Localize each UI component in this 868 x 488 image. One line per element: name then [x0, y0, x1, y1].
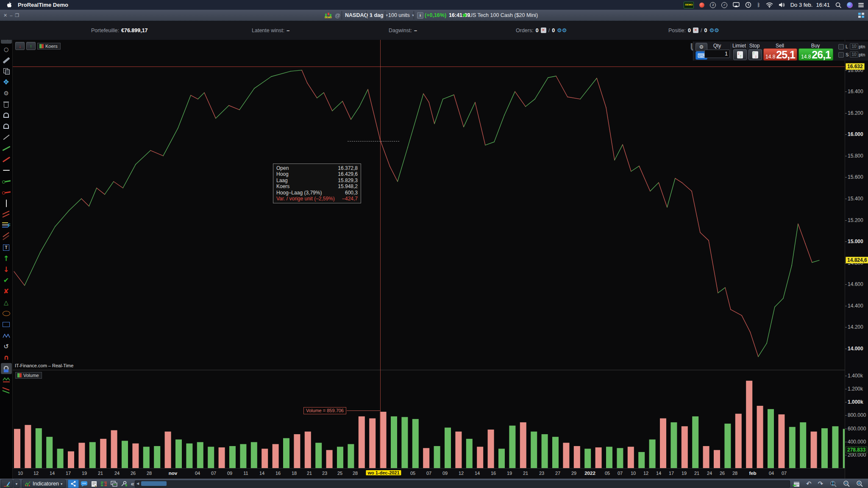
horizontal-line-tool-icon[interactable]	[1, 165, 12, 176]
zigzag-tool-icon[interactable]	[1, 374, 12, 385]
siri-icon[interactable]	[847, 2, 853, 8]
triangle-tool-icon[interactable]: △	[1, 297, 12, 308]
news-button[interactable]	[91, 481, 97, 487]
time-axis[interactable]: 101214171921242628nov0407091114161821232…	[13, 468, 845, 479]
zoom-selection-icon[interactable]	[829, 480, 837, 487]
pattern-tool-icon[interactable]	[1, 385, 12, 396]
lock-cursor-tool-icon[interactable]	[1, 363, 12, 374]
qty-input[interactable]: 1	[704, 50, 730, 58]
chart-windows-button[interactable]	[111, 481, 117, 487]
units-select[interactable]: 100 units▼	[388, 10, 415, 21]
limit-order-button[interactable]: ↓↑	[733, 49, 747, 60]
price-legend[interactable]: Koers	[37, 43, 61, 50]
stop-checkbox[interactable]	[838, 52, 844, 58]
fibonacci-tool-icon[interactable]: F	[1, 220, 12, 231]
menubar-clock-date[interactable]: Do 3 feb.	[790, 2, 813, 8]
chart-settings-button[interactable]	[121, 481, 128, 487]
notification-badge-icon[interactable]	[699, 3, 704, 8]
trendline-up-tool-icon[interactable]	[1, 143, 12, 154]
volume-legend[interactable]: Volume	[15, 372, 42, 379]
sell-marker-button[interactable]: ↓	[15, 42, 25, 50]
window-close-icon[interactable]: ✕	[3, 13, 7, 18]
wifi-icon[interactable]	[766, 0, 773, 10]
alerts-at-icon[interactable]: @	[335, 10, 340, 21]
scroll-left-icon[interactable]: ◀	[136, 482, 139, 485]
check-tool-icon[interactable]: ✔	[1, 275, 12, 286]
orders-settings-icon[interactable]: ⚙⚙	[557, 27, 567, 33]
alert-tool-icon[interactable]	[1, 121, 12, 132]
rectangle-tool-icon[interactable]	[1, 319, 12, 330]
zoom-tool-icon[interactable]: ○	[1, 44, 12, 55]
arrow-up-tool-icon[interactable]: ↑	[1, 253, 12, 264]
horizontal-segment-green-tool-icon[interactable]	[1, 176, 12, 187]
timeframe-select[interactable]: 1 dag▼	[370, 10, 389, 21]
share-button[interactable]	[68, 480, 79, 488]
alert-at-cursor-tool-icon[interactable]	[1, 110, 12, 121]
buy-marker-button[interactable]: ↑	[26, 42, 36, 50]
text-tool-icon[interactable]: T	[1, 242, 12, 253]
price-axis[interactable]: 16.80016.60016.40016.20016.00015.80015.6…	[845, 40, 868, 479]
limit-checkbox[interactable]	[838, 44, 844, 50]
symbol-select[interactable]: NASDAQ▼	[345, 10, 373, 21]
stop-order-button[interactable]: ↑↓	[748, 49, 762, 60]
limit-ptn-label: L	[846, 44, 848, 49]
zoom-out-icon[interactable]	[843, 480, 850, 487]
spotlight-search-icon[interactable]	[835, 0, 841, 10]
chat-button[interactable]	[81, 481, 88, 487]
collapse-left-icon[interactable]: «	[131, 480, 134, 487]
magnet-tool-icon[interactable]: ∩	[1, 352, 12, 363]
zoom-in-icon[interactable]	[856, 480, 863, 487]
delete-tool-icon[interactable]	[1, 99, 12, 110]
arrow-down-tool-icon[interactable]: ↓	[1, 264, 12, 275]
tools-settings-icon[interactable]: ⚙	[1, 88, 12, 99]
undo-icon[interactable]: ↶	[806, 480, 812, 488]
instrument-name[interactable]: US Tech 100 Cash ($20 Mini)	[469, 12, 538, 18]
vertical-line-tool-icon[interactable]	[1, 198, 12, 209]
apple-menu-icon[interactable]	[6, 0, 12, 10]
position-settings-icon[interactable]: ⚙⚙	[709, 27, 719, 33]
menubar-clock-time[interactable]: 16:41	[816, 2, 830, 8]
cross-tool-icon[interactable]: ✘	[1, 286, 12, 297]
price-chart-pane[interactable]: ↓ ↑ Koers US Tech 100 Cash ($20 Mini) Op…	[13, 40, 845, 370]
airplay-icon[interactable]	[733, 0, 740, 10]
demo-status-icon[interactable]: DEMO	[684, 2, 694, 8]
time-machine-icon[interactable]	[745, 0, 751, 10]
undo-cursor-tool-icon[interactable]: ↺	[1, 341, 12, 352]
draw-mode-button[interactable]	[1, 480, 13, 488]
app-title[interactable]: ProRealTime Demo	[18, 2, 68, 8]
notification-center-icon[interactable]	[858, 0, 864, 10]
sell-button[interactable]: 14.825,1	[763, 48, 797, 61]
volume-bar	[466, 439, 473, 469]
redo-icon[interactable]: ↷	[818, 480, 823, 488]
move-tool-icon[interactable]: ✥	[1, 77, 12, 88]
elliott-wave-tool-icon[interactable]	[1, 330, 12, 341]
scrollbar-thumb[interactable]	[141, 481, 167, 486]
volume-icon[interactable]	[779, 0, 785, 10]
workspace-icon[interactable]	[858, 10, 865, 21]
horizontal-scrollbar[interactable]: ◀	[135, 480, 790, 488]
ruler-tool-icon[interactable]	[1, 55, 12, 66]
volume-pane[interactable]: Volume	[13, 370, 845, 468]
cancel-orders-icon[interactable]: ✕	[541, 28, 546, 33]
draw-mode-dropdown[interactable]: ▼	[14, 480, 19, 488]
bluetooth-icon[interactable]: ᛒ	[757, 0, 760, 10]
stop-ptn-input[interactable]: 10	[850, 51, 858, 58]
ellipse-tool-icon[interactable]	[1, 308, 12, 319]
trendline-tool-icon[interactable]	[1, 132, 12, 143]
help-circle-icon[interactable]: 2	[710, 2, 716, 8]
info-icon[interactable]: i	[417, 10, 423, 21]
window-restore-icon[interactable]: ❐	[15, 13, 19, 18]
indicators-button[interactable]: Indicatoren ▼	[22, 480, 66, 488]
buy-button[interactable]: 14.826,1	[798, 48, 833, 61]
checkmark-circle-icon[interactable]: ✓	[721, 2, 727, 8]
close-position-icon[interactable]: ✕	[693, 28, 698, 33]
trendline-down-tool-icon[interactable]	[1, 154, 12, 165]
window-minimize-icon[interactable]: –	[10, 13, 12, 18]
channel-tool-icon[interactable]	[1, 209, 12, 220]
orderbook-button[interactable]	[100, 481, 107, 487]
pitchfork-tool-icon[interactable]	[1, 231, 12, 242]
horizontal-segment-red-tool-icon[interactable]	[1, 187, 12, 198]
copy-drawing-tool-icon[interactable]	[1, 66, 12, 77]
goto-date-button[interactable]	[793, 481, 800, 487]
limit-ptn-input[interactable]: 10	[850, 43, 858, 50]
